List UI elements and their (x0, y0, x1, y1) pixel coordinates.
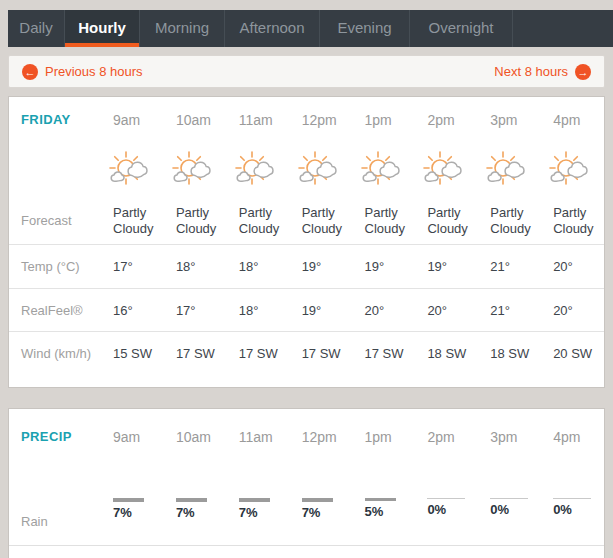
rain-probability-value: 0% (553, 502, 604, 517)
wind-value: 17 SW (164, 346, 227, 361)
rain-probability-bar (113, 498, 144, 502)
next-8-hours-link[interactable]: Next 8 hours → (494, 64, 591, 80)
temp-value: 20° (541, 259, 604, 274)
realfeel-value: 20° (353, 303, 416, 318)
partly-cloudy-icon (482, 147, 541, 193)
realfeel-row: RealFeel® 16° 17° 18° 19° 20° 20° 21° 20… (9, 289, 604, 332)
row-divider (9, 545, 604, 558)
time-header: 9am (101, 112, 164, 141)
time-header: 2pm (415, 112, 478, 141)
next-8-hours-label: Next 8 hours (494, 64, 568, 79)
temp-value: 18° (164, 259, 227, 274)
time-header: 3pm (478, 112, 541, 141)
realfeel-value: 20° (415, 303, 478, 318)
tab-afternoon[interactable]: Afternoon (225, 10, 320, 47)
tab-overnight[interactable]: Overnight (410, 10, 513, 47)
wind-value: 20 SW (541, 346, 604, 361)
partly-cloudy-icon (105, 147, 164, 193)
wind-value: 17 SW (290, 346, 353, 361)
rain-probability-bar (302, 498, 333, 502)
rain-probability-bar (176, 498, 207, 502)
left-arrow-circle-icon: ← (22, 64, 38, 80)
time-header: 1pm (353, 112, 416, 141)
rain-probability-value: 7% (176, 505, 227, 520)
right-arrow-circle-icon: → (575, 64, 591, 80)
hour-pager: ← Previous 8 hours Next 8 hours → (8, 55, 605, 88)
time-header: 12pm (290, 429, 353, 455)
hourly-forecast-panel: FRIDAY 9am 10am 11am 12pm 1pm 2pm 3pm 4p… (8, 96, 605, 388)
tab-morning[interactable]: Morning (140, 10, 225, 47)
tab-hourly[interactable]: Hourly (65, 10, 140, 47)
realfeel-value: 17° (164, 303, 227, 318)
rain-probability-value: 7% (239, 505, 290, 520)
realfeel-value: 19° (290, 303, 353, 318)
precip-section-label: PRECIP (9, 429, 101, 455)
forecast-value: Partly Cloudy (164, 205, 227, 237)
time-header: 4pm (541, 112, 604, 141)
time-header: 11am (227, 429, 290, 455)
temp-value: 21° (478, 259, 541, 274)
tab-evening[interactable]: Evening (320, 10, 410, 47)
rain-probability-value: 7% (113, 505, 164, 520)
wind-value: 15 SW (101, 346, 164, 361)
realfeel-value: 18° (227, 303, 290, 318)
day-label: FRIDAY (9, 112, 101, 141)
forecast-value: Partly Cloudy (478, 205, 541, 237)
wind-value: 17 SW (227, 346, 290, 361)
rain-probability-value: 0% (490, 502, 541, 517)
partly-cloudy-icon (419, 147, 478, 193)
partly-cloudy-icon (231, 147, 290, 193)
temp-value: 18° (227, 259, 290, 274)
time-header: 4pm (541, 429, 604, 455)
time-header: 1pm (353, 429, 416, 455)
realfeel-value: 21° (478, 303, 541, 318)
wind-value: 17 SW (353, 346, 416, 361)
temp-value: 19° (415, 259, 478, 274)
rain-probability-bar (365, 498, 396, 501)
rain-row: Rain 7% 7% 7% 7% 5% 0% 0% 0% (9, 497, 604, 545)
forecast-value: Partly Cloudy (415, 205, 478, 237)
temp-row: Temp (°C) 17° 18° 18° 19° 19° 19° 21° 20… (9, 245, 604, 289)
previous-8-hours-label: Previous 8 hours (45, 64, 143, 79)
forecast-row: Forecast Partly Cloudy Partly Cloudy Par… (9, 198, 604, 245)
partly-cloudy-icon (357, 147, 416, 193)
forecast-value: Partly Cloudy (353, 205, 416, 237)
temp-value: 19° (353, 259, 416, 274)
time-header: 10am (164, 112, 227, 141)
partly-cloudy-icon (294, 147, 353, 193)
forecast-value: Partly Cloudy (541, 205, 604, 237)
forecast-value: Partly Cloudy (227, 205, 290, 237)
row-label: Forecast (9, 213, 101, 229)
wind-row: Wind (km/h) 15 SW 17 SW 17 SW 17 SW 17 S… (9, 332, 604, 387)
rain-probability-value: 5% (365, 504, 416, 519)
time-header: 12pm (290, 112, 353, 141)
precip-panel: PRECIP 9am 10am 11am 12pm 1pm 2pm 3pm 4p… (8, 408, 605, 558)
partly-cloudy-icon (545, 147, 604, 193)
rain-probability-value: 0% (427, 502, 478, 517)
view-tabbar: Daily Hourly Morning Afternoon Evening O… (8, 10, 613, 47)
rain-probability-bar (490, 498, 528, 499)
partly-cloudy-icon (168, 147, 227, 193)
time-header: 11am (227, 112, 290, 141)
time-header: 2pm (415, 429, 478, 455)
realfeel-value: 20° (541, 303, 604, 318)
rain-probability-bar (239, 498, 270, 502)
temp-value: 17° (101, 259, 164, 274)
forecast-value: Partly Cloudy (101, 205, 164, 237)
row-label: Temp (°C) (9, 259, 101, 274)
temp-value: 19° (290, 259, 353, 274)
row-label: Rain (9, 498, 101, 529)
tab-daily[interactable]: Daily (8, 10, 65, 47)
previous-8-hours-link[interactable]: ← Previous 8 hours (22, 64, 143, 80)
time-header: 3pm (478, 429, 541, 455)
time-header: 9am (101, 429, 164, 455)
row-label: RealFeel® (9, 303, 101, 318)
rain-probability-bar (553, 498, 591, 499)
precip-header-row: PRECIP 9am 10am 11am 12pm 1pm 2pm 3pm 4p… (9, 409, 604, 455)
realfeel-value: 16° (101, 303, 164, 318)
rain-probability-value: 7% (302, 505, 353, 520)
forecast-value: Partly Cloudy (290, 205, 353, 237)
condition-icon-row (9, 141, 604, 198)
time-header: 10am (164, 429, 227, 455)
row-label: Wind (km/h) (9, 346, 101, 361)
